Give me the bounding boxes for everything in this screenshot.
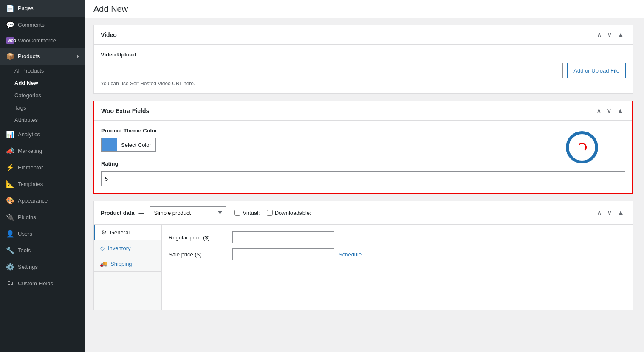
sale-price-label: Sale price ($) xyxy=(169,251,228,258)
product-type-select[interactable]: Simple product Variable product Grouped … xyxy=(150,206,226,219)
woo-section-down-btn[interactable]: ∨ xyxy=(605,107,613,115)
templates-label: Templates xyxy=(18,181,43,187)
marketing-icon: 📣 xyxy=(6,147,14,155)
woo-section-up-btn[interactable]: ∧ xyxy=(595,107,603,115)
product-theme-color-field: Product Theme Color Select Color xyxy=(101,127,625,153)
tab-shipping[interactable]: 🚚 Shipping xyxy=(94,256,161,272)
product-data-content: Regular price ($) Sale price ($) Schedul… xyxy=(162,225,633,310)
sidebar-item-elementor[interactable]: ⚡ Elementor xyxy=(0,159,85,176)
product-data-separator: — xyxy=(138,210,144,216)
spinner-ring xyxy=(566,131,598,163)
tools-label: Tools xyxy=(18,247,31,253)
video-help-text: You can use Self Hosted Video URL here. xyxy=(101,81,626,87)
sidebar-item-pages[interactable]: 📄 Pages xyxy=(0,0,85,17)
video-section-up-btn[interactable]: ∧ xyxy=(595,31,604,39)
sidebar-item-pages-label: Pages xyxy=(18,5,34,11)
woo-extra-fields-header: Woo Extra Fields ∧ ∨ ▲ xyxy=(94,101,632,121)
video-section-down-btn[interactable]: ∨ xyxy=(605,31,614,39)
tags-label: Tags xyxy=(14,104,26,111)
tab-inventory[interactable]: ◇ Inventory xyxy=(94,240,161,256)
virtual-checkbox[interactable] xyxy=(234,210,240,216)
video-section-header: Video ∧ ∨ ▲ xyxy=(94,25,633,45)
users-icon: 👤 xyxy=(6,230,14,238)
sidebar-item-appearance[interactable]: 🎨 Appearance xyxy=(0,192,85,209)
video-section-title: Video xyxy=(101,31,595,38)
sidebar-item-woocommerce-label: WooCommerce xyxy=(18,37,56,44)
woo-extra-fields-body: Product Theme Color Select Color Rating xyxy=(94,121,632,193)
sidebar-item-templates[interactable]: 📐 Templates xyxy=(0,176,85,192)
sidebar-item-analytics[interactable]: 📊 Analytics xyxy=(0,126,85,143)
analytics-label: Analytics xyxy=(18,131,40,138)
elementor-label: Elementor xyxy=(18,164,43,171)
video-section-collapse-btn[interactable]: ▲ xyxy=(616,31,626,39)
regular-price-input[interactable] xyxy=(232,231,334,243)
sidebar-item-plugins[interactable]: 🔌 Plugins xyxy=(0,209,85,225)
appearance-icon: 🎨 xyxy=(6,197,14,205)
categories-label: Categories xyxy=(14,92,41,99)
tools-icon: 🔧 xyxy=(6,246,14,254)
products-icon: 📦 xyxy=(6,52,14,60)
sidebar-item-comments-label: Comments xyxy=(18,22,45,28)
sale-price-row: Sale price ($) Schedule xyxy=(169,248,626,260)
sidebar-item-comments[interactable]: 💬 Comments xyxy=(0,17,85,33)
upload-file-button[interactable]: Add or Upload File xyxy=(567,63,626,78)
plugins-label: Plugins xyxy=(18,214,36,220)
tab-general[interactable]: ⚙ General xyxy=(94,225,161,240)
shipping-icon: 🚚 xyxy=(100,260,107,267)
product-data-tabs: ⚙ General ◇ Inventory 🚚 Shipping xyxy=(94,225,162,310)
custom-fields-icon: 🗂 xyxy=(6,279,14,287)
video-section-body: Video Upload Add or Upload File You can … xyxy=(94,45,633,93)
marketing-label: Marketing xyxy=(18,148,42,154)
page-top-bar: Add New xyxy=(85,0,644,18)
appearance-label: Appearance xyxy=(18,197,48,204)
virtual-label[interactable]: Virtual: xyxy=(234,210,260,216)
elementor-icon: ⚡ xyxy=(6,163,14,172)
main-inner: Video ∧ ∨ ▲ Video Upload Add or Upload F… xyxy=(85,25,641,325)
select-color-button[interactable]: Select Color xyxy=(101,138,156,152)
product-data-layout: ⚙ General ◇ Inventory 🚚 Shipping R xyxy=(94,225,633,310)
sidebar-item-woocommerce[interactable]: woo WooCommerce xyxy=(0,33,85,48)
downloadable-label[interactable]: Downloadable: xyxy=(267,210,311,216)
sidebar-item-users[interactable]: 👤 Users xyxy=(0,225,85,242)
sidebar-item-products[interactable]: 📦 Products xyxy=(0,48,85,65)
plugins-icon: 🔌 xyxy=(6,213,14,221)
settings-icon: ⚙️ xyxy=(6,263,14,271)
sidebar-item-custom-fields[interactable]: 🗂 Custom Fields xyxy=(0,275,85,291)
sidebar-subitem-categories[interactable]: Categories xyxy=(0,89,85,101)
all-products-label: All Products xyxy=(14,68,44,74)
sidebar-subitem-all-products[interactable]: All Products xyxy=(0,65,85,77)
product-data-collapse-btn[interactable]: ▲ xyxy=(616,208,626,217)
sidebar-subitem-tags[interactable]: Tags xyxy=(0,101,85,114)
sidebar-item-marketing[interactable]: 📣 Marketing xyxy=(0,143,85,159)
sidebar-subitem-attributes[interactable]: Attributes xyxy=(0,114,85,126)
sale-price-input[interactable] xyxy=(232,248,334,260)
video-upload-row: Add or Upload File xyxy=(101,63,626,78)
sidebar-subitem-add-new[interactable]: Add New xyxy=(0,77,85,89)
woo-section-collapse-btn[interactable]: ▲ xyxy=(615,107,625,115)
select-color-label: Select Color xyxy=(117,142,155,148)
general-label: General xyxy=(110,229,130,236)
settings-label: Settings xyxy=(18,264,38,270)
sidebar-item-tools[interactable]: 🔧 Tools xyxy=(0,242,85,259)
rating-field: Rating xyxy=(101,161,625,186)
sidebar: 📄 Pages 💬 Comments woo WooCommerce 📦 Pro… xyxy=(0,0,85,352)
woo-extra-fields-card: Woo Extra Fields ∧ ∨ ▲ Product Theme Col… xyxy=(93,101,633,194)
comments-icon: 💬 xyxy=(6,21,14,29)
products-expand-arrow xyxy=(77,54,79,59)
templates-icon: 📐 xyxy=(6,180,14,188)
video-section-controls: ∧ ∨ ▲ xyxy=(595,31,626,39)
product-data-up-btn[interactable]: ∧ xyxy=(595,208,604,217)
product-theme-color-label: Product Theme Color xyxy=(101,127,625,134)
custom-fields-label: Custom Fields xyxy=(18,280,53,287)
video-section-card: Video ∧ ∨ ▲ Video Upload Add or Upload F… xyxy=(93,25,633,94)
inventory-label: Inventory xyxy=(108,245,130,251)
product-data-down-btn[interactable]: ∨ xyxy=(605,208,614,217)
video-url-input[interactable] xyxy=(101,63,563,78)
attributes-label: Attributes xyxy=(14,117,38,123)
product-data-header: Product data — Simple product Variable p… xyxy=(94,201,633,225)
schedule-link[interactable]: Schedule xyxy=(339,251,362,258)
rating-input[interactable] xyxy=(101,171,625,186)
product-data-controls: ∧ ∨ ▲ xyxy=(595,208,626,217)
downloadable-checkbox[interactable] xyxy=(267,210,273,216)
sidebar-item-settings[interactable]: ⚙️ Settings xyxy=(0,259,85,275)
